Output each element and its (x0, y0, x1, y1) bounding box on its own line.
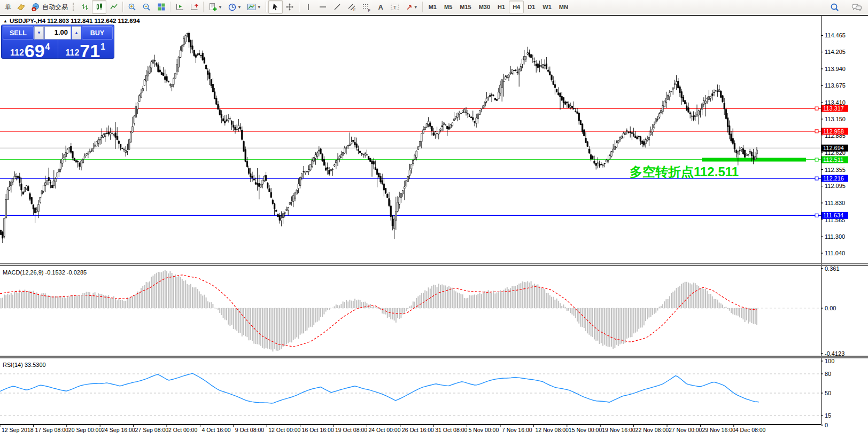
templates-icon (247, 3, 257, 11)
crosshair-icon (285, 3, 294, 11)
svg-text:112.694: 112.694 (823, 145, 844, 151)
search-button[interactable] (827, 1, 842, 14)
chart-shift-button[interactable] (187, 0, 201, 14)
tf-button-M30[interactable]: M30 (475, 1, 494, 13)
collapse-triangle-icon[interactable]: ▲ (3, 19, 7, 23)
sell-button[interactable]: SELL (3, 26, 34, 40)
main-toolbar: 单 自动交易 ▼ ▼ ▼ (0, 0, 868, 14)
auto-scroll-button[interactable] (173, 0, 187, 14)
cursor-icon (271, 3, 280, 11)
auto-scroll-icon (175, 3, 184, 11)
svg-text:22 Nov 08:00: 22 Nov 08:00 (636, 427, 669, 433)
sell-price[interactable]: 112 69 4 (3, 40, 58, 59)
vertical-line-button[interactable] (301, 0, 316, 14)
chart-canvas[interactable]: 多空转折点112.511114.465114.205113.940113.675… (0, 15, 868, 439)
toolbar-separator (170, 2, 171, 12)
buy-button[interactable]: BUY (82, 26, 113, 40)
svg-text:111.634: 111.634 (823, 212, 843, 218)
svg-text:19 Oct 08:00: 19 Oct 08:00 (335, 427, 367, 433)
sell-price-big: 69 (25, 44, 45, 59)
candlestick-icon (95, 3, 104, 11)
periods-button[interactable]: ▼ (225, 0, 244, 14)
periods-icon (228, 3, 237, 12)
fibonacci-button[interactable]: F (359, 0, 374, 14)
volume-input[interactable]: 1.00 (44, 26, 71, 40)
tf-button-M1[interactable]: M1 (425, 1, 440, 13)
svg-text:111.300: 111.300 (825, 233, 845, 240)
svg-text:50: 50 (825, 390, 831, 396)
svg-text:12 Oct 00:00: 12 Oct 00:00 (268, 427, 300, 433)
chevron-down-icon: ▼ (414, 5, 418, 10)
tf-button-M15[interactable]: M15 (456, 1, 475, 13)
metaeditor-button[interactable] (14, 0, 28, 14)
metaeditor-icon (17, 3, 26, 11)
tile-windows-button[interactable] (154, 0, 168, 14)
tf-button-M5[interactable]: M5 (440, 1, 456, 13)
svg-text:80: 80 (825, 371, 831, 377)
tf-button-W1[interactable]: W1 (539, 1, 555, 13)
tile-windows-icon (157, 3, 166, 11)
buy-price[interactable]: 112 71 1 (58, 40, 113, 59)
chat-button[interactable] (849, 1, 864, 14)
svg-text:9 Oct 08:00: 9 Oct 08:00 (235, 427, 264, 433)
chart-window[interactable]: 多空转折点112.511114.465114.205113.940113.675… (0, 15, 868, 439)
volume-decrease-button[interactable]: ▼ (34, 26, 44, 40)
svg-text:0.00: 0.00 (825, 305, 836, 311)
cursor-button[interactable] (268, 0, 283, 14)
svg-text:112.095: 112.095 (825, 183, 846, 189)
volume-increase-button[interactable]: ▲ (72, 26, 81, 40)
zoom-in-button[interactable] (125, 0, 140, 14)
svg-text:100: 100 (825, 358, 834, 364)
arrows-button[interactable]: ▼ (402, 0, 421, 14)
text-icon: A (378, 3, 383, 11)
text-label-icon: T (390, 3, 400, 11)
buy-price-small: 112 (65, 49, 79, 57)
bar-chart-button[interactable] (78, 0, 92, 14)
hline-layer[interactable] (0, 107, 821, 217)
svg-text:114.465: 114.465 (825, 32, 846, 38)
autotrading-button[interactable]: 自动交易 (28, 0, 71, 14)
svg-text:24 Oct 00:00: 24 Oct 00:00 (368, 427, 400, 433)
svg-text:27 Nov 00:00: 27 Nov 00:00 (669, 427, 702, 433)
text-button[interactable]: A (374, 0, 388, 14)
candles-layer[interactable] (0, 32, 757, 243)
arrows-icon (405, 3, 413, 11)
buy-price-sup: 1 (100, 43, 105, 51)
toolbar-separator (122, 2, 123, 12)
tf-button-MN[interactable]: MN (555, 1, 572, 13)
svg-text:15: 15 (825, 412, 831, 419)
macd-layer[interactable] (0, 270, 821, 351)
svg-text:20 Sep 00:00: 20 Sep 00:00 (68, 427, 102, 433)
rsi-layer[interactable] (0, 373, 821, 416)
symbol-ohlc-text: USDJPY-,H4 112.803 112.841 112.642 112.6… (10, 18, 140, 24)
text-label-button[interactable]: T (388, 0, 402, 14)
toolbar-separator (266, 2, 267, 12)
crosshair-button[interactable] (283, 0, 297, 14)
svg-text:4 Dec 08:00: 4 Dec 08:00 (735, 427, 766, 433)
trendline-button[interactable] (330, 0, 345, 14)
svg-text:0.361: 0.361 (825, 265, 840, 272)
horizontal-line-button[interactable] (316, 0, 330, 14)
one-click-trading-panel: SELL ▼ 1.00 ▲ BUY 112 69 4 112 71 1 (1, 25, 114, 59)
autotrading-label: 自动交易 (42, 3, 68, 12)
indicators-icon (208, 3, 218, 12)
channel-button[interactable]: E (345, 0, 359, 14)
line-chart-button[interactable] (106, 0, 121, 14)
svg-text:113.675: 113.675 (825, 82, 846, 89)
channel-icon: E (347, 3, 356, 12)
toolbar-grip (73, 3, 76, 11)
new-order-button[interactable]: 单 (1, 0, 14, 14)
tf-button-D1[interactable]: D1 (524, 1, 539, 13)
zoom-in-icon (128, 3, 137, 12)
svg-text:24 Sep 16:00: 24 Sep 16:00 (102, 427, 135, 433)
candlestick-chart-button[interactable] (92, 0, 106, 14)
tf-button-H1[interactable]: H1 (494, 1, 509, 13)
chevron-down-icon: ▼ (218, 5, 222, 10)
zoom-out-button[interactable] (140, 0, 154, 14)
chevron-down-icon: ▼ (257, 5, 261, 10)
indicators-button[interactable]: ▼ (206, 0, 225, 14)
chat-icon (851, 3, 862, 12)
tf-button-H4[interactable]: H4 (509, 1, 524, 13)
zoom-out-icon (142, 3, 151, 12)
templates-button[interactable]: ▼ (244, 0, 264, 14)
